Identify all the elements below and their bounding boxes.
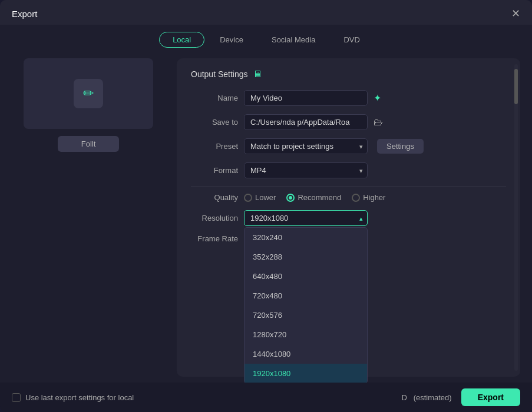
folder-button[interactable]: 🗁 xyxy=(374,117,383,128)
quality-row: Quality Lower Recommend Higher xyxy=(191,193,506,202)
quality-label: Quality xyxy=(191,193,238,202)
quality-option-recommend[interactable]: Recommend xyxy=(286,193,341,202)
resolution-row: Resolution 1920x1080 ▴ 320x240 352x288 6… xyxy=(191,210,506,226)
bottom-right: D (estimated) Export xyxy=(401,388,520,406)
folder-icon: 🗁 xyxy=(374,117,383,127)
format-select[interactable]: MP4 xyxy=(244,162,368,178)
resolution-option-720x576[interactable]: 720x576 xyxy=(244,305,367,325)
export-button[interactable]: Export xyxy=(461,388,520,406)
estimated-label: D (estimated) xyxy=(401,393,451,402)
resolution-option-1440x1080[interactable]: 1440x1080 xyxy=(244,344,367,364)
resolution-select-display[interactable]: 1920x1080 xyxy=(244,210,368,226)
preset-select[interactable]: Match to project settings xyxy=(244,138,368,154)
quality-option-lower[interactable]: Lower xyxy=(244,193,276,202)
save-to-row: Save to 🗁 xyxy=(191,114,506,130)
preset-label: Preset xyxy=(191,142,238,151)
resolution-label: Resolution xyxy=(191,214,238,222)
ai-icon: ✦ xyxy=(374,93,381,103)
frame-rate-label: Frame Rate xyxy=(191,234,238,243)
tabs-row: Local Device Social Media DVD xyxy=(0,25,532,52)
resolution-option-352x288[interactable]: 352x288 xyxy=(244,247,367,267)
quality-label-lower: Lower xyxy=(255,193,276,202)
name-label: Name xyxy=(191,94,238,102)
content-area: ✏ Follt Output Settings 🖥 Name ✦ Save to xyxy=(0,52,532,383)
resolution-select-wrap: 1920x1080 ▴ 320x240 352x288 640x480 720x… xyxy=(244,210,368,226)
quality-option-higher[interactable]: Higher xyxy=(352,193,385,202)
last-settings-label: Use last export settings for local xyxy=(25,393,134,402)
tab-device[interactable]: Device xyxy=(207,32,256,48)
right-panel: Output Settings 🖥 Name ✦ Save to 🗁 xyxy=(177,58,520,377)
quality-options: Lower Recommend Higher xyxy=(244,193,385,202)
scrollbar-thumb xyxy=(514,69,518,104)
section-title: Output Settings 🖥 xyxy=(191,69,506,79)
tab-dvd[interactable]: DVD xyxy=(331,32,372,48)
name-row: Name ✦ xyxy=(191,90,506,106)
preset-select-wrap: Match to project settings ▾ xyxy=(244,138,368,154)
resolution-dropdown: 320x240 352x288 640x480 720x480 720x576 … xyxy=(244,227,368,383)
close-button[interactable]: ✕ xyxy=(511,8,520,19)
scrollbar[interactable] xyxy=(514,64,518,371)
preview-box: ✏ xyxy=(24,58,153,129)
quality-label-higher: Higher xyxy=(363,193,385,202)
dialog-title: Export xyxy=(12,9,37,19)
resolution-value: 1920x1080 xyxy=(250,214,288,222)
resolution-option-320x240[interactable]: 320x240 xyxy=(244,228,367,247)
export-dialog: Export ✕ Local Device Social Media DVD ✏… xyxy=(0,0,532,412)
bottom-bar: Use last export settings for local D (es… xyxy=(0,383,532,412)
settings-button[interactable]: Settings xyxy=(377,139,424,154)
left-panel: ✏ Follt xyxy=(12,58,165,377)
divider xyxy=(191,187,506,187)
checkbox-row: Use last export settings for local xyxy=(12,393,134,402)
resolution-option-1280x720[interactable]: 1280x720 xyxy=(244,325,367,344)
last-settings-checkbox[interactable] xyxy=(12,393,21,402)
quality-radio-recommend xyxy=(286,194,295,202)
title-bar: Export ✕ xyxy=(0,0,532,25)
format-row: Format MP4 ▾ xyxy=(191,162,506,178)
preset-row: Preset Match to project settings ▾ Setti… xyxy=(191,138,506,154)
resolution-option-640x480[interactable]: 640x480 xyxy=(244,267,367,286)
settings-icon: 🖥 xyxy=(253,69,262,79)
tab-social-media[interactable]: Social Media xyxy=(259,32,328,48)
name-input[interactable] xyxy=(244,90,368,106)
quality-radio-higher xyxy=(352,194,360,202)
preview-icon: ✏ xyxy=(74,79,103,108)
save-to-input[interactable] xyxy=(244,114,368,130)
format-label: Format xyxy=(191,166,238,175)
quality-radio-lower xyxy=(244,194,252,202)
resolution-option-720x480[interactable]: 720x480 xyxy=(244,286,367,305)
edit-button[interactable]: Follt xyxy=(58,136,120,152)
resolution-option-1920x1080[interactable]: 1920x1080 xyxy=(244,364,367,383)
quality-label-recommend: Recommend xyxy=(298,193,341,202)
format-select-wrap: MP4 ▾ xyxy=(244,162,368,178)
ai-button[interactable]: ✦ xyxy=(374,92,381,104)
tab-local[interactable]: Local xyxy=(159,32,204,48)
save-to-label: Save to xyxy=(191,118,238,127)
section-title-text: Output Settings xyxy=(191,69,248,79)
